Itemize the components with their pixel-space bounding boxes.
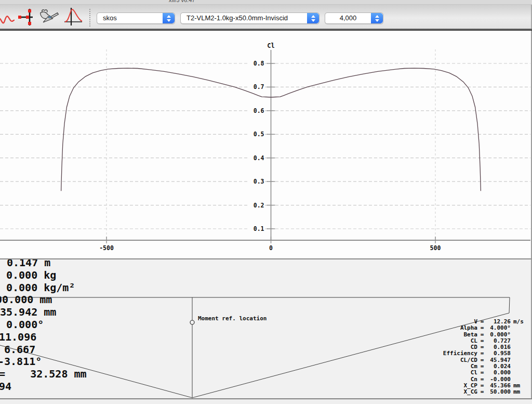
result-unit bbox=[511, 332, 525, 338]
polar-select[interactable]: T2-VLM2-1.0kg-x50.0mm-Inviscid bbox=[180, 12, 320, 24]
chevron-down-icon bbox=[311, 19, 315, 22]
result-row: X_CG=50.000mm bbox=[389, 389, 525, 395]
result-value: 4.000° bbox=[487, 325, 511, 331]
equals-sign: = bbox=[477, 325, 487, 331]
result-unit: m/s bbox=[511, 319, 525, 325]
plane-data-line: 94 bbox=[0, 381, 187, 393]
plane-3d-view-button[interactable] bbox=[38, 6, 60, 27]
svg-text:0: 0 bbox=[269, 244, 273, 252]
result-value: 50.000 bbox=[487, 389, 511, 395]
svg-text:0.1: 0.1 bbox=[254, 225, 264, 232]
chevron-down-icon bbox=[167, 19, 171, 22]
svg-text:0.6: 0.6 bbox=[254, 107, 264, 114]
result-label: Cl bbox=[389, 370, 477, 376]
svg-text:0.8: 0.8 bbox=[254, 60, 264, 67]
svg-text:0.3: 0.3 bbox=[254, 178, 264, 185]
plane-select[interactable]: skos bbox=[97, 12, 175, 24]
result-unit bbox=[511, 370, 525, 376]
plane-data-line: 0.147 m bbox=[7, 258, 187, 269]
result-label: CL bbox=[389, 338, 477, 344]
oscillation-curve-icon bbox=[0, 6, 15, 27]
svg-text:0.4: 0.4 bbox=[254, 154, 264, 162]
result-label: Cm bbox=[389, 363, 477, 370]
wing-planform-pane: 0.147 m 0.000 kg 0.000 kg/m² 00.000 mm 3… bbox=[0, 258, 532, 398]
result-label: CL/CD bbox=[389, 357, 477, 363]
svg-text:0.2: 0.2 bbox=[254, 202, 264, 209]
result-row: Alpha=4.000° bbox=[389, 325, 525, 331]
lift-distribution-icon bbox=[62, 6, 84, 27]
result-unit bbox=[511, 344, 525, 350]
result-row: Efficiency=0.958 bbox=[389, 350, 525, 357]
stepper-icon[interactable] bbox=[307, 13, 319, 23]
oscillation-curve-button[interactable] bbox=[0, 6, 15, 27]
axis-points-button[interactable] bbox=[17, 6, 39, 27]
stepper-icon[interactable] bbox=[163, 13, 175, 23]
result-unit bbox=[511, 357, 525, 363]
main-toolbar: skos T2-VLM2-1.0kg-x50.0mm-Inviscid 4,00… bbox=[0, 5, 532, 29]
result-row: Cl=0.000 bbox=[389, 370, 525, 376]
axis-points-icon bbox=[17, 6, 39, 27]
equals-sign: = bbox=[477, 389, 487, 395]
plane-select-value: skos bbox=[97, 13, 163, 23]
plane-data-line: 35.942 mm bbox=[0, 306, 187, 319]
result-label: Efficiency bbox=[389, 350, 477, 357]
polar-select-value: T2-VLM2-1.0kg-x50.0mm-Inviscid bbox=[181, 13, 307, 23]
chevron-up-icon bbox=[311, 15, 315, 18]
result-unit bbox=[511, 338, 525, 344]
plane-data-line: 11.096 bbox=[0, 331, 187, 344]
cl-chart-svg: 0.10.20.30.40.50.60.70.8-5000500Cl bbox=[0, 31, 531, 258]
lift-distribution-button[interactable] bbox=[62, 6, 84, 27]
result-label: Alpha bbox=[389, 325, 477, 331]
cl-distribution-chart: 0.10.20.30.40.50.60.70.8-5000500Cl bbox=[0, 31, 532, 258]
svg-text:Cl: Cl bbox=[267, 42, 274, 49]
svg-text:0.7: 0.7 bbox=[254, 83, 264, 90]
svg-text:-500: -500 bbox=[99, 244, 114, 252]
equals-sign: = bbox=[477, 370, 487, 376]
alpha-select-value: 4,000 bbox=[325, 13, 371, 23]
moment-ref-marker bbox=[190, 320, 194, 324]
result-unit bbox=[511, 363, 525, 370]
toolbar-separator bbox=[89, 9, 90, 27]
chevron-up-icon bbox=[375, 15, 379, 18]
result-unit bbox=[511, 350, 525, 357]
equals-sign: = bbox=[477, 350, 487, 357]
result-unit bbox=[511, 325, 525, 331]
moment-ref-label: Moment ref. location bbox=[198, 315, 267, 322]
plane-data-line: = 32.528 mm bbox=[0, 368, 187, 381]
window-bottom-edge bbox=[0, 398, 532, 404]
result-value: 0.000 bbox=[487, 370, 511, 376]
plane-data-line: -3.811° bbox=[0, 356, 187, 368]
plane-data-block: 0.147 m 0.000 kg 0.000 kg/m² 00.000 mm 3… bbox=[0, 258, 187, 393]
chevron-down-icon bbox=[375, 19, 379, 22]
window-titlebar: xflr5 v6.47 bbox=[0, 0, 532, 5]
plane-data-line: 0.000° bbox=[6, 319, 187, 331]
plane-3d-view-icon bbox=[38, 6, 60, 27]
plane-data-line: 00.000 mm bbox=[0, 294, 187, 306]
plane-data-line: 0.000 kg/m² bbox=[6, 282, 187, 294]
result-unit: mm bbox=[511, 389, 525, 395]
svg-text:500: 500 bbox=[430, 244, 441, 252]
result-label: Beta bbox=[389, 332, 477, 338]
xflr5-window: xflr5 v6.47 bbox=[0, 0, 532, 404]
window-title: xflr5 v6.47 bbox=[156, 0, 208, 3]
stepper-icon[interactable] bbox=[371, 13, 383, 23]
results-block: V=12.26m/s Alpha=4.000° Beta=0.000° CL=0… bbox=[389, 319, 525, 396]
result-value: 0.958 bbox=[487, 350, 511, 357]
plane-data-line: 6.667 bbox=[4, 344, 187, 356]
result-label: X_CG bbox=[389, 389, 477, 395]
svg-text:0.5: 0.5 bbox=[254, 131, 264, 138]
plane-data-line: 0.000 kg bbox=[6, 269, 187, 282]
chevron-up-icon bbox=[167, 15, 171, 18]
alpha-select[interactable]: 4,000 bbox=[325, 12, 383, 24]
